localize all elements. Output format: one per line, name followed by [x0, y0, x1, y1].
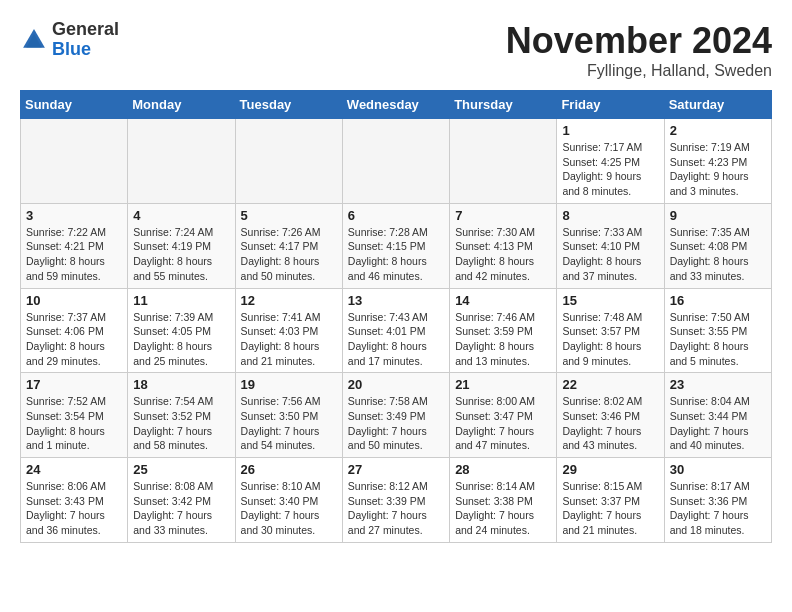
- day-info: Sunrise: 7:19 AM Sunset: 4:23 PM Dayligh…: [670, 140, 766, 199]
- day-number: 22: [562, 377, 658, 392]
- calendar-day-cell: [128, 119, 235, 204]
- day-number: 8: [562, 208, 658, 223]
- day-info: Sunrise: 7:56 AM Sunset: 3:50 PM Dayligh…: [241, 394, 337, 453]
- calendar-week-row: 17Sunrise: 7:52 AM Sunset: 3:54 PM Dayli…: [21, 373, 772, 458]
- calendar-day-cell: 20Sunrise: 7:58 AM Sunset: 3:49 PM Dayli…: [342, 373, 449, 458]
- day-number: 13: [348, 293, 444, 308]
- calendar-day-header: Tuesday: [235, 91, 342, 119]
- day-number: 19: [241, 377, 337, 392]
- day-info: Sunrise: 7:30 AM Sunset: 4:13 PM Dayligh…: [455, 225, 551, 284]
- day-info: Sunrise: 8:08 AM Sunset: 3:42 PM Dayligh…: [133, 479, 229, 538]
- day-number: 26: [241, 462, 337, 477]
- day-number: 15: [562, 293, 658, 308]
- calendar-day-header: Sunday: [21, 91, 128, 119]
- calendar-day-cell: 28Sunrise: 8:14 AM Sunset: 3:38 PM Dayli…: [450, 458, 557, 543]
- day-info: Sunrise: 8:00 AM Sunset: 3:47 PM Dayligh…: [455, 394, 551, 453]
- day-number: 2: [670, 123, 766, 138]
- day-info: Sunrise: 7:24 AM Sunset: 4:19 PM Dayligh…: [133, 225, 229, 284]
- calendar-day-cell: 10Sunrise: 7:37 AM Sunset: 4:06 PM Dayli…: [21, 288, 128, 373]
- calendar-day-cell: 6Sunrise: 7:28 AM Sunset: 4:15 PM Daylig…: [342, 203, 449, 288]
- day-info: Sunrise: 7:54 AM Sunset: 3:52 PM Dayligh…: [133, 394, 229, 453]
- day-number: 14: [455, 293, 551, 308]
- calendar-day-cell: 1Sunrise: 7:17 AM Sunset: 4:25 PM Daylig…: [557, 119, 664, 204]
- calendar-week-row: 3Sunrise: 7:22 AM Sunset: 4:21 PM Daylig…: [21, 203, 772, 288]
- day-number: 21: [455, 377, 551, 392]
- day-info: Sunrise: 8:17 AM Sunset: 3:36 PM Dayligh…: [670, 479, 766, 538]
- calendar-day-cell: 26Sunrise: 8:10 AM Sunset: 3:40 PM Dayli…: [235, 458, 342, 543]
- day-number: 18: [133, 377, 229, 392]
- calendar-day-header: Friday: [557, 91, 664, 119]
- day-number: 6: [348, 208, 444, 223]
- day-info: Sunrise: 7:35 AM Sunset: 4:08 PM Dayligh…: [670, 225, 766, 284]
- general-blue-logo-icon: [20, 26, 48, 54]
- calendar-day-cell: [450, 119, 557, 204]
- day-info: Sunrise: 7:50 AM Sunset: 3:55 PM Dayligh…: [670, 310, 766, 369]
- day-number: 24: [26, 462, 122, 477]
- day-info: Sunrise: 7:58 AM Sunset: 3:49 PM Dayligh…: [348, 394, 444, 453]
- calendar-day-cell: 2Sunrise: 7:19 AM Sunset: 4:23 PM Daylig…: [664, 119, 771, 204]
- calendar-day-cell: 11Sunrise: 7:39 AM Sunset: 4:05 PM Dayli…: [128, 288, 235, 373]
- calendar-day-cell: 23Sunrise: 8:04 AM Sunset: 3:44 PM Dayli…: [664, 373, 771, 458]
- calendar-day-cell: 18Sunrise: 7:54 AM Sunset: 3:52 PM Dayli…: [128, 373, 235, 458]
- page-header: General Blue November 2024 Fyllinge, Hal…: [20, 20, 772, 80]
- day-info: Sunrise: 8:04 AM Sunset: 3:44 PM Dayligh…: [670, 394, 766, 453]
- day-number: 23: [670, 377, 766, 392]
- day-number: 10: [26, 293, 122, 308]
- calendar-table: SundayMondayTuesdayWednesdayThursdayFrid…: [20, 90, 772, 543]
- calendar-day-cell: 25Sunrise: 8:08 AM Sunset: 3:42 PM Dayli…: [128, 458, 235, 543]
- day-info: Sunrise: 7:46 AM Sunset: 3:59 PM Dayligh…: [455, 310, 551, 369]
- calendar-week-row: 1Sunrise: 7:17 AM Sunset: 4:25 PM Daylig…: [21, 119, 772, 204]
- day-info: Sunrise: 8:12 AM Sunset: 3:39 PM Dayligh…: [348, 479, 444, 538]
- calendar-day-cell: 17Sunrise: 7:52 AM Sunset: 3:54 PM Dayli…: [21, 373, 128, 458]
- day-number: 7: [455, 208, 551, 223]
- day-number: 3: [26, 208, 122, 223]
- day-number: 16: [670, 293, 766, 308]
- day-number: 28: [455, 462, 551, 477]
- day-number: 20: [348, 377, 444, 392]
- calendar-day-cell: [235, 119, 342, 204]
- day-info: Sunrise: 7:48 AM Sunset: 3:57 PM Dayligh…: [562, 310, 658, 369]
- calendar-week-row: 24Sunrise: 8:06 AM Sunset: 3:43 PM Dayli…: [21, 458, 772, 543]
- day-number: 1: [562, 123, 658, 138]
- calendar-day-cell: [342, 119, 449, 204]
- day-info: Sunrise: 8:10 AM Sunset: 3:40 PM Dayligh…: [241, 479, 337, 538]
- day-info: Sunrise: 8:02 AM Sunset: 3:46 PM Dayligh…: [562, 394, 658, 453]
- day-number: 25: [133, 462, 229, 477]
- calendar-day-cell: 7Sunrise: 7:30 AM Sunset: 4:13 PM Daylig…: [450, 203, 557, 288]
- calendar-day-cell: 14Sunrise: 7:46 AM Sunset: 3:59 PM Dayli…: [450, 288, 557, 373]
- calendar-day-cell: [21, 119, 128, 204]
- calendar-day-cell: 9Sunrise: 7:35 AM Sunset: 4:08 PM Daylig…: [664, 203, 771, 288]
- day-number: 29: [562, 462, 658, 477]
- calendar-day-cell: 19Sunrise: 7:56 AM Sunset: 3:50 PM Dayli…: [235, 373, 342, 458]
- calendar-day-header: Saturday: [664, 91, 771, 119]
- logo-general: General: [52, 19, 119, 39]
- day-info: Sunrise: 7:28 AM Sunset: 4:15 PM Dayligh…: [348, 225, 444, 284]
- calendar-day-header: Wednesday: [342, 91, 449, 119]
- calendar-day-cell: 15Sunrise: 7:48 AM Sunset: 3:57 PM Dayli…: [557, 288, 664, 373]
- day-info: Sunrise: 7:26 AM Sunset: 4:17 PM Dayligh…: [241, 225, 337, 284]
- day-info: Sunrise: 7:43 AM Sunset: 4:01 PM Dayligh…: [348, 310, 444, 369]
- location-title: Fyllinge, Halland, Sweden: [506, 62, 772, 80]
- day-info: Sunrise: 7:17 AM Sunset: 4:25 PM Dayligh…: [562, 140, 658, 199]
- day-info: Sunrise: 8:15 AM Sunset: 3:37 PM Dayligh…: [562, 479, 658, 538]
- day-number: 11: [133, 293, 229, 308]
- calendar-day-cell: 13Sunrise: 7:43 AM Sunset: 4:01 PM Dayli…: [342, 288, 449, 373]
- day-info: Sunrise: 8:14 AM Sunset: 3:38 PM Dayligh…: [455, 479, 551, 538]
- day-number: 9: [670, 208, 766, 223]
- calendar-week-row: 10Sunrise: 7:37 AM Sunset: 4:06 PM Dayli…: [21, 288, 772, 373]
- day-number: 12: [241, 293, 337, 308]
- day-info: Sunrise: 7:37 AM Sunset: 4:06 PM Dayligh…: [26, 310, 122, 369]
- day-info: Sunrise: 7:33 AM Sunset: 4:10 PM Dayligh…: [562, 225, 658, 284]
- calendar-header-row: SundayMondayTuesdayWednesdayThursdayFrid…: [21, 91, 772, 119]
- calendar-day-cell: 27Sunrise: 8:12 AM Sunset: 3:39 PM Dayli…: [342, 458, 449, 543]
- day-number: 4: [133, 208, 229, 223]
- logo-text: General Blue: [52, 20, 119, 60]
- calendar-day-cell: 21Sunrise: 8:00 AM Sunset: 3:47 PM Dayli…: [450, 373, 557, 458]
- day-number: 27: [348, 462, 444, 477]
- day-info: Sunrise: 7:52 AM Sunset: 3:54 PM Dayligh…: [26, 394, 122, 453]
- calendar-day-cell: 8Sunrise: 7:33 AM Sunset: 4:10 PM Daylig…: [557, 203, 664, 288]
- calendar-day-cell: 29Sunrise: 8:15 AM Sunset: 3:37 PM Dayli…: [557, 458, 664, 543]
- day-number: 5: [241, 208, 337, 223]
- logo-blue: Blue: [52, 39, 91, 59]
- calendar-day-cell: 12Sunrise: 7:41 AM Sunset: 4:03 PM Dayli…: [235, 288, 342, 373]
